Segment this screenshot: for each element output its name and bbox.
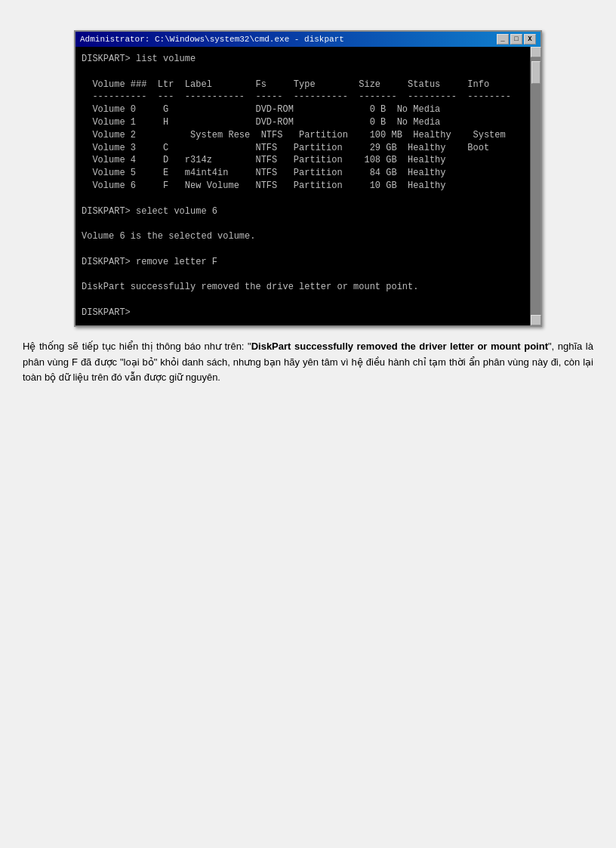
scrollbar-up-button[interactable]: ▲ [531,47,541,57]
terminal-line: Volume 6 is the selected volume. [82,230,522,243]
terminal-line [82,243,522,256]
terminal-line: Volume 3 C NTFS Partition 29 GB Healthy … [82,142,522,155]
terminal-line: DiskPart successfully removed the drive … [82,281,522,294]
terminal-line [82,269,522,282]
terminal-line: DISKPART> list volume [82,53,522,66]
terminal-line: DISKPART> remove letter F [82,256,522,269]
terminal-line [82,294,522,307]
terminal-header: Volume ### Ltr Label Fs Type Size Status… [82,79,522,91]
terminal-line: Volume 5 E m4int4in NTFS Partition 84 GB… [82,167,522,180]
titlebar-buttons: _ □ X [497,34,536,45]
terminal-line [82,193,522,205]
description-paragraph: Hệ thống sẽ tiếp tục hiển thị thông báo … [23,339,593,386]
window-title: Administrator: C:\Windows\system32\cmd.e… [80,35,344,44]
maximize-button[interactable]: □ [510,34,522,45]
terminal-line: DISKPART> select volume 6 [82,205,522,218]
description-intro: Hệ thống sẽ tiếp tục hiển thị thông báo … [23,341,251,352]
terminal-line: Volume 6 F New Volume NTFS Partition 10 … [82,180,522,193]
scrollbar-thumb[interactable] [531,61,541,84]
minimize-button[interactable]: _ [497,34,509,45]
close-button[interactable]: X [524,34,536,45]
scrollbar[interactable]: ▲ ▼ [530,47,541,325]
terminal-line: Volume 4 D r314z NTFS Partition 108 GB H… [82,154,522,167]
terminal-line [82,66,522,79]
page-content: Administrator: C:\Windows\system32\cmd.e… [23,30,593,818]
terminal-body: DISKPART> list volume Volume ### Ltr Lab… [75,47,541,325]
terminal-window: Administrator: C:\Windows\system32\cmd.e… [74,30,542,327]
scrollbar-down-button[interactable]: ▼ [531,315,541,325]
terminal-content: DISKPART> list volume Volume ### Ltr Lab… [82,53,534,319]
terminal-line: Volume 2 System Rese NTFS Partition 100 … [82,129,522,142]
window-titlebar: Administrator: C:\Windows\system32\cmd.e… [75,32,541,47]
terminal-line: Volume 1 H DVD-ROM 0 B No Media [82,116,522,129]
terminal-line: Volume 0 G DVD-ROM 0 B No Media [82,103,522,116]
terminal-cursor-line: DISKPART> [82,307,522,319]
terminal-divider: ---------- --- ----------- ----- -------… [82,91,522,103]
description-bold: DiskPart successfully removed the driver… [251,341,548,352]
terminal-line [82,217,522,230]
